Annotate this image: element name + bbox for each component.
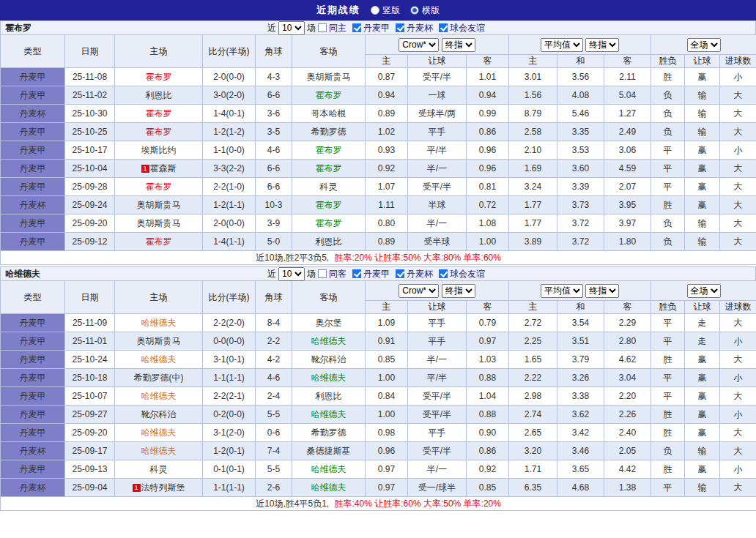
league-checkbox-danish1[interactable] (352, 269, 361, 278)
score-cell[interactable]: 3-1(2-0) (203, 424, 256, 442)
away-team-name[interactable]: 靴尔科治 (311, 354, 346, 365)
score-cell[interactable]: 1-4(1-1) (203, 233, 256, 251)
ah-away-odds-cell: 0.85 (467, 479, 509, 497)
league-checkbox-cup[interactable] (396, 269, 404, 278)
league-checkbox-friendly[interactable] (439, 269, 448, 278)
eu-draw-odds-cell: 3.26 (557, 369, 604, 387)
away-team-name[interactable]: 霍布罗 (316, 163, 342, 173)
asian-stage-select[interactable]: 终指 (442, 38, 475, 52)
date-cell: 25-11-09 (65, 314, 115, 332)
view-option-horizontal[interactable]: 横版 (410, 4, 440, 17)
score-cell[interactable]: 0-1(0-1) (203, 460, 256, 479)
away-team-name[interactable]: 哈维德夫 (311, 336, 346, 346)
away-team-name[interactable]: 霍布罗 (316, 90, 342, 100)
euro-stage-select[interactable]: 终指 (585, 38, 619, 52)
home-team-name[interactable]: 靴尔科治 (141, 409, 177, 419)
radio-horizontal-icon[interactable] (410, 6, 419, 15)
home-team-name[interactable]: 哈维德夫 (141, 391, 177, 401)
away-team-name[interactable]: 霍布罗 (316, 145, 342, 155)
away-team-name[interactable]: 奥胡斯贵马 (307, 72, 351, 82)
same-venue-checkbox[interactable] (318, 23, 327, 32)
bookmaker-select[interactable]: Crow* (399, 284, 439, 298)
home-team-name[interactable]: 霍布罗 (146, 182, 172, 192)
score-cell[interactable]: 1-2(1-2) (203, 123, 256, 141)
home-team-name[interactable]: 霍森斯 (150, 163, 177, 173)
away-team-name[interactable]: 哈维德夫 (311, 409, 346, 419)
home-team-name[interactable]: 科灵 (150, 464, 168, 474)
home-team-name[interactable]: 利恩比 (146, 90, 172, 100)
away-team-name[interactable]: 利恩比 (316, 236, 342, 247)
away-team-name[interactable]: 哥本哈根 (311, 108, 346, 119)
score-cell[interactable]: 2-0(0-0) (203, 214, 256, 233)
home-team-name[interactable]: 奥胡斯贵马 (137, 336, 181, 346)
home-team-name[interactable]: 霍布罗 (146, 108, 172, 119)
score-cell[interactable]: 3-1(0-1) (203, 351, 256, 369)
score-cell[interactable]: 2-2(2-0) (203, 314, 256, 332)
away-team-name[interactable]: 科灵 (320, 182, 338, 192)
score-cell[interactable]: 1-1(0-0) (203, 141, 256, 160)
view-option-vertical[interactable]: 竖版 (371, 4, 400, 17)
score-cell[interactable]: 0-2(0-0) (203, 406, 256, 424)
away-team-name[interactable]: 哈维德夫 (311, 464, 346, 474)
league-checkbox-danish1[interactable] (352, 23, 361, 32)
home-team-name[interactable]: 哈维德夫 (141, 446, 177, 456)
league-cell: 丹麦杯 (1, 442, 65, 460)
score-cell[interactable]: 2-2(1-0) (203, 178, 256, 196)
away-team-name[interactable]: 奥尔堡 (316, 318, 342, 328)
euro-stage-select[interactable]: 终指 (585, 284, 619, 298)
eu-home-odds-cell: 1.69 (509, 160, 557, 178)
euro-source-select[interactable]: 平均值 (541, 284, 583, 298)
score-cell[interactable]: 1-4(0-1) (203, 105, 256, 123)
away-team-name[interactable]: 霍布罗 (316, 218, 342, 228)
score-cell[interactable]: 2-2(2-1) (203, 387, 256, 406)
score-cell[interactable]: 2-0(0-0) (203, 68, 256, 86)
ah-home-odds-cell: 0.87 (366, 68, 408, 86)
home-team-name[interactable]: 哈维德夫 (141, 318, 177, 328)
result-cell: 平 (651, 332, 685, 351)
away-team-name[interactable]: 希勤罗德 (311, 427, 346, 438)
score-cell[interactable]: 3-0(2-0) (203, 86, 256, 105)
ah-home-odds-cell: 0.89 (366, 233, 408, 251)
eu-away-odds-cell: 5.04 (604, 86, 651, 105)
score-cell[interactable]: 1-1(1-1) (203, 369, 256, 387)
home-team-name[interactable]: 哈维德夫 (141, 427, 177, 438)
asian-stage-select[interactable]: 终指 (442, 284, 475, 298)
score-cell[interactable]: 0-0(0-0) (203, 332, 256, 351)
home-team-name[interactable]: 奥胡斯贵马 (137, 200, 181, 210)
radio-vertical-icon[interactable] (371, 6, 379, 15)
date-cell: 25-10-30 (65, 105, 115, 123)
home-team-name[interactable]: 埃斯比约 (141, 145, 177, 155)
ah-home-odds-cell: 0.97 (366, 479, 408, 497)
goals-result-cell: 大 (720, 178, 756, 196)
scope-select[interactable]: 全场 (687, 38, 721, 52)
away-team-name[interactable]: 利恩比 (316, 391, 342, 401)
euro-odds-group-header: 平均值 终指 (509, 281, 651, 301)
away-team-name[interactable]: 霍布罗 (316, 200, 342, 210)
euro-source-select[interactable]: 平均值 (541, 38, 583, 52)
home-team-name[interactable]: 希勤罗德(中) (134, 373, 184, 383)
league-checkbox-friendly[interactable] (439, 23, 448, 32)
home-team-name[interactable]: 法特列斯堡 (141, 482, 185, 493)
match-count-select[interactable]: 10 (278, 21, 305, 35)
score-cell[interactable]: 1-1(1-1) (203, 479, 256, 497)
home-team-name[interactable]: 霍布罗 (146, 72, 172, 82)
home-team-name[interactable]: 霍布罗 (146, 236, 172, 247)
bookmaker-select[interactable]: Crow* (399, 38, 439, 52)
home-team-name[interactable]: 奥胡斯贵马 (137, 218, 181, 228)
scope-select[interactable]: 全场 (687, 284, 721, 298)
away-team-name[interactable]: 希勤罗德 (311, 127, 346, 137)
home-team-name[interactable]: 霍布罗 (146, 127, 172, 137)
match-count-select[interactable]: 10 (278, 267, 305, 281)
league-checkbox-cup[interactable] (396, 23, 404, 32)
corners-cell: 5-5 (256, 406, 292, 424)
home-team-name[interactable]: 哈维德夫 (141, 354, 177, 365)
same-venue-checkbox[interactable] (318, 269, 327, 278)
away-team-cell: 霍布罗 (292, 214, 366, 233)
away-team-name[interactable]: 哈维德夫 (311, 482, 346, 493)
score-cell[interactable]: 3-3(2-2) (203, 160, 256, 178)
score-cell[interactable]: 1-2(0-1) (203, 442, 256, 460)
away-team-name[interactable]: 哈维德夫 (311, 373, 346, 383)
away-team-name[interactable]: 桑德捷斯基 (307, 446, 351, 456)
score-cell[interactable]: 1-2(1-1) (203, 196, 256, 214)
result-cell: 平 (651, 387, 685, 406)
